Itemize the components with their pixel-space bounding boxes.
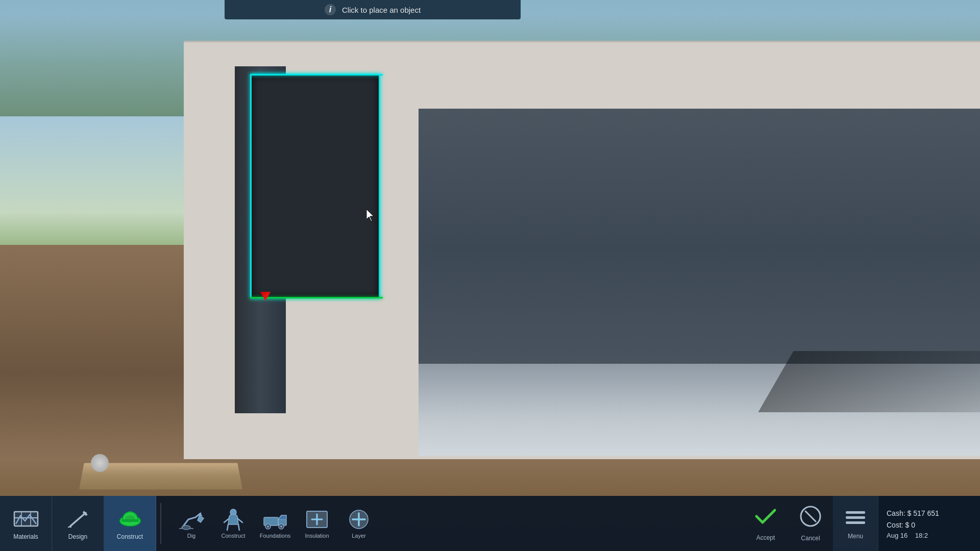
toolbar-tool-layer[interactable]: Layer: [338, 496, 380, 551]
floor-shadow: [758, 351, 980, 412]
materials-label: Materials: [13, 533, 38, 540]
cost-stat: Cost: $ 0: [887, 519, 972, 531]
foundations-label: Foundations: [260, 533, 291, 539]
svg-point-11: [125, 515, 135, 522]
construct-label: Construct: [117, 533, 143, 540]
toolbar-main-categories: Materials Design: [0, 496, 156, 551]
svg-rect-34: [846, 511, 865, 514]
svg-point-24: [280, 525, 282, 528]
svg-line-15: [227, 524, 228, 531]
toolbar-tool-insulation[interactable]: Insulation: [296, 496, 338, 551]
bottom-toolbar: Materials Design: [0, 496, 980, 551]
svg-line-5: [70, 513, 86, 526]
toolbar-btn-design[interactable]: Design: [52, 496, 104, 551]
toolbar-tool-dig[interactable]: Dig: [170, 496, 212, 551]
materials-icon: [12, 507, 40, 530]
accept-icon: [753, 506, 778, 531]
menu-button[interactable]: Menu: [833, 496, 878, 551]
toolbar-tool-construct[interactable]: Construct: [212, 496, 254, 551]
insulation-label: Insulation: [305, 533, 329, 539]
svg-point-13: [182, 525, 190, 530]
date-time-stat: Aug 16 18:2: [887, 532, 972, 539]
door-placement-preview[interactable]: [250, 74, 380, 298]
toolbar-btn-construct[interactable]: Construct: [104, 496, 156, 551]
svg-rect-35: [846, 516, 865, 519]
toolbar-tool-foundations[interactable]: Foundations: [254, 496, 296, 551]
toolbar-btn-materials[interactable]: Materials: [0, 496, 52, 551]
construct-tool-label: Construct: [221, 533, 245, 539]
design-icon: [64, 507, 92, 530]
cash-stat: Cash: $ 517 651: [887, 508, 972, 519]
layer-icon: [346, 508, 372, 531]
design-label: Design: [68, 533, 87, 540]
accept-button[interactable]: Accept: [743, 496, 788, 551]
cancel-icon: [799, 505, 822, 532]
ground-marker: [91, 454, 109, 472]
accept-label: Accept: [756, 534, 775, 541]
dig-label: Dig: [187, 533, 196, 539]
toolbar-separator: [160, 503, 161, 544]
date-value: Aug 16: [887, 532, 908, 539]
layer-label: Layer: [352, 533, 366, 539]
svg-rect-19: [264, 517, 278, 525]
menu-label: Menu: [848, 533, 863, 540]
toolbar-tools: Dig Construct: [165, 496, 385, 551]
dig-icon: [178, 508, 205, 531]
selection-line-bottom: [250, 297, 383, 298]
info-message: Click to place an object: [342, 6, 421, 14]
building-interior: [419, 109, 980, 456]
time-value: 18:2: [915, 532, 928, 539]
svg-line-16: [238, 524, 239, 531]
foundations-icon: [262, 508, 288, 531]
construct-tool-icon: [220, 508, 247, 531]
menu-icon: [844, 507, 867, 530]
toolbar-actions: Accept Cancel Menu: [743, 496, 980, 551]
svg-rect-36: [846, 521, 865, 524]
info-bar: i Click to place an object: [225, 0, 521, 19]
svg-point-23: [267, 525, 269, 528]
selection-line-top: [250, 74, 383, 76]
info-icon: i: [325, 4, 336, 15]
cancel-label: Cancel: [801, 535, 820, 542]
game-viewport: [0, 0, 980, 551]
stats-panel: Cash: $ 517 651 Cost: $ 0 Aug 16 18:2: [878, 496, 980, 551]
cancel-button[interactable]: Cancel: [788, 496, 833, 551]
ground-outside: [0, 245, 214, 459]
insulation-icon: [304, 508, 330, 531]
svg-line-33: [805, 511, 816, 521]
construct-icon: [116, 507, 144, 530]
